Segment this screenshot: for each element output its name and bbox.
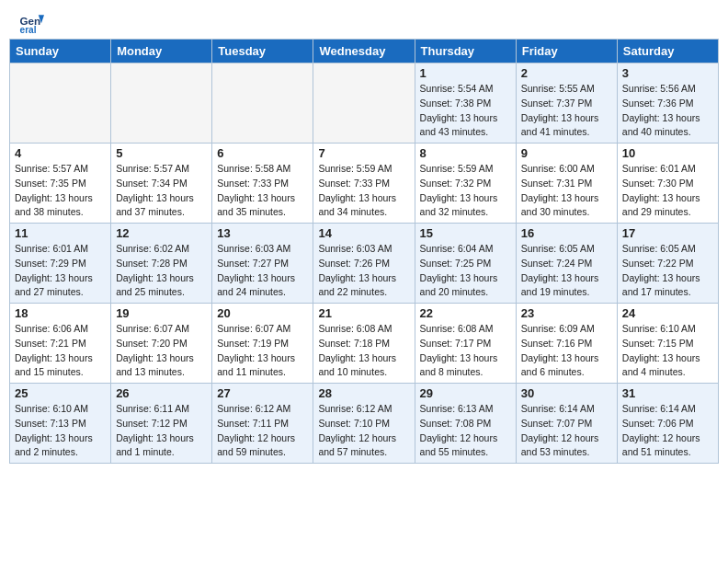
day-number: 16 bbox=[521, 226, 612, 240]
day-info: Sunrise: 5:54 AMSunset: 7:38 PMDaylight:… bbox=[420, 82, 511, 140]
day-info: Sunrise: 5:58 AMSunset: 7:33 PMDaylight:… bbox=[217, 162, 308, 220]
day-number: 2 bbox=[521, 66, 612, 80]
day-info: Sunrise: 6:08 AMSunset: 7:18 PMDaylight:… bbox=[318, 322, 409, 380]
calendar-cell: 21Sunrise: 6:08 AMSunset: 7:18 PMDayligh… bbox=[313, 304, 415, 384]
day-number: 5 bbox=[116, 146, 207, 160]
calendar-cell: 10Sunrise: 6:01 AMSunset: 7:30 PMDayligh… bbox=[617, 144, 718, 224]
day-number: 26 bbox=[116, 386, 207, 400]
calendar-cell: 20Sunrise: 6:07 AMSunset: 7:19 PMDayligh… bbox=[212, 304, 313, 384]
day-info: Sunrise: 6:12 AMSunset: 7:10 PMDaylight:… bbox=[318, 402, 409, 460]
calendar-cell: 31Sunrise: 6:14 AMSunset: 7:06 PMDayligh… bbox=[617, 384, 718, 464]
day-header-wednesday: Wednesday bbox=[313, 40, 415, 63]
calendar-cell: 23Sunrise: 6:09 AMSunset: 7:16 PMDayligh… bbox=[516, 304, 617, 384]
calendar-cell: 12Sunrise: 6:02 AMSunset: 7:28 PMDayligh… bbox=[111, 224, 212, 304]
calendar-cell: 17Sunrise: 6:05 AMSunset: 7:22 PMDayligh… bbox=[617, 224, 718, 304]
calendar-cell: 19Sunrise: 6:07 AMSunset: 7:20 PMDayligh… bbox=[111, 304, 212, 384]
calendar-cell bbox=[10, 63, 111, 144]
calendar-cell: 6Sunrise: 5:58 AMSunset: 7:33 PMDaylight… bbox=[212, 144, 313, 224]
day-header-thursday: Thursday bbox=[415, 40, 516, 63]
calendar-cell: 18Sunrise: 6:06 AMSunset: 7:21 PMDayligh… bbox=[10, 304, 111, 384]
calendar-cell: 2Sunrise: 5:55 AMSunset: 7:37 PMDaylight… bbox=[516, 63, 617, 144]
day-info: Sunrise: 6:14 AMSunset: 7:07 PMDaylight:… bbox=[521, 402, 612, 460]
calendar-cell: 29Sunrise: 6:13 AMSunset: 7:08 PMDayligh… bbox=[415, 384, 516, 464]
day-info: Sunrise: 5:59 AMSunset: 7:32 PMDaylight:… bbox=[420, 162, 511, 220]
day-info: Sunrise: 5:56 AMSunset: 7:36 PMDaylight:… bbox=[622, 82, 713, 140]
day-info: Sunrise: 5:55 AMSunset: 7:37 PMDaylight:… bbox=[521, 82, 612, 140]
calendar-cell: 28Sunrise: 6:12 AMSunset: 7:10 PMDayligh… bbox=[313, 384, 415, 464]
calendar-cell: 1Sunrise: 5:54 AMSunset: 7:38 PMDaylight… bbox=[415, 63, 516, 144]
day-number: 4 bbox=[15, 146, 106, 160]
day-info: Sunrise: 6:06 AMSunset: 7:21 PMDaylight:… bbox=[15, 322, 106, 380]
day-info: Sunrise: 6:10 AMSunset: 7:15 PMDaylight:… bbox=[622, 322, 713, 380]
day-number: 24 bbox=[622, 306, 713, 320]
calendar-cell: 13Sunrise: 6:03 AMSunset: 7:27 PMDayligh… bbox=[212, 224, 313, 304]
day-number: 7 bbox=[318, 146, 409, 160]
day-info: Sunrise: 6:07 AMSunset: 7:19 PMDaylight:… bbox=[217, 322, 308, 380]
day-info: Sunrise: 6:11 AMSunset: 7:12 PMDaylight:… bbox=[116, 402, 207, 460]
day-number: 21 bbox=[318, 306, 409, 320]
day-number: 15 bbox=[420, 226, 511, 240]
svg-text:eral: eral bbox=[20, 25, 37, 35]
day-info: Sunrise: 6:12 AMSunset: 7:11 PMDaylight:… bbox=[217, 402, 308, 460]
calendar: SundayMondayTuesdayWednesdayThursdayFrid… bbox=[9, 39, 719, 464]
day-header-sunday: Sunday bbox=[10, 40, 111, 63]
day-number: 17 bbox=[622, 226, 713, 240]
day-number: 13 bbox=[217, 226, 308, 240]
calendar-cell: 4Sunrise: 5:57 AMSunset: 7:35 PMDaylight… bbox=[10, 144, 111, 224]
day-info: Sunrise: 6:03 AMSunset: 7:26 PMDaylight:… bbox=[318, 242, 409, 300]
day-header-monday: Monday bbox=[111, 40, 212, 63]
day-number: 30 bbox=[521, 386, 612, 400]
day-info: Sunrise: 6:01 AMSunset: 7:30 PMDaylight:… bbox=[622, 162, 713, 220]
calendar-cell: 3Sunrise: 5:56 AMSunset: 7:36 PMDaylight… bbox=[617, 63, 718, 144]
day-number: 8 bbox=[420, 146, 511, 160]
calendar-cell bbox=[111, 63, 212, 144]
day-info: Sunrise: 6:14 AMSunset: 7:06 PMDaylight:… bbox=[622, 402, 713, 460]
day-number: 11 bbox=[15, 226, 106, 240]
day-number: 9 bbox=[521, 146, 612, 160]
day-info: Sunrise: 6:09 AMSunset: 7:16 PMDaylight:… bbox=[521, 322, 612, 380]
day-number: 10 bbox=[622, 146, 713, 160]
day-number: 14 bbox=[318, 226, 409, 240]
day-number: 6 bbox=[217, 146, 308, 160]
calendar-cell: 26Sunrise: 6:11 AMSunset: 7:12 PMDayligh… bbox=[111, 384, 212, 464]
calendar-cell: 15Sunrise: 6:04 AMSunset: 7:25 PMDayligh… bbox=[415, 224, 516, 304]
day-info: Sunrise: 5:57 AMSunset: 7:34 PMDaylight:… bbox=[116, 162, 207, 220]
day-number: 27 bbox=[217, 386, 308, 400]
day-number: 29 bbox=[420, 386, 511, 400]
logo: Gen eral bbox=[18, 9, 46, 35]
calendar-cell: 11Sunrise: 6:01 AMSunset: 7:29 PMDayligh… bbox=[10, 224, 111, 304]
calendar-cell bbox=[313, 63, 415, 144]
day-info: Sunrise: 6:05 AMSunset: 7:22 PMDaylight:… bbox=[622, 242, 713, 300]
calendar-cell: 9Sunrise: 6:00 AMSunset: 7:31 PMDaylight… bbox=[516, 144, 617, 224]
calendar-cell: 16Sunrise: 6:05 AMSunset: 7:24 PMDayligh… bbox=[516, 224, 617, 304]
calendar-cell: 24Sunrise: 6:10 AMSunset: 7:15 PMDayligh… bbox=[617, 304, 718, 384]
day-info: Sunrise: 6:01 AMSunset: 7:29 PMDaylight:… bbox=[15, 242, 106, 300]
day-header-tuesday: Tuesday bbox=[212, 40, 313, 63]
day-info: Sunrise: 6:05 AMSunset: 7:24 PMDaylight:… bbox=[521, 242, 612, 300]
day-number: 31 bbox=[622, 386, 713, 400]
day-number: 18 bbox=[15, 306, 106, 320]
calendar-cell: 25Sunrise: 6:10 AMSunset: 7:13 PMDayligh… bbox=[10, 384, 111, 464]
day-info: Sunrise: 6:04 AMSunset: 7:25 PMDaylight:… bbox=[420, 242, 511, 300]
day-info: Sunrise: 5:59 AMSunset: 7:33 PMDaylight:… bbox=[318, 162, 409, 220]
day-info: Sunrise: 6:02 AMSunset: 7:28 PMDaylight:… bbox=[116, 242, 207, 300]
day-info: Sunrise: 6:07 AMSunset: 7:20 PMDaylight:… bbox=[116, 322, 207, 380]
day-number: 25 bbox=[15, 386, 106, 400]
calendar-cell: 8Sunrise: 5:59 AMSunset: 7:32 PMDaylight… bbox=[415, 144, 516, 224]
logo-icon: Gen eral bbox=[18, 9, 44, 35]
calendar-cell: 27Sunrise: 6:12 AMSunset: 7:11 PMDayligh… bbox=[212, 384, 313, 464]
day-number: 1 bbox=[420, 66, 511, 80]
day-info: Sunrise: 6:08 AMSunset: 7:17 PMDaylight:… bbox=[420, 322, 511, 380]
day-number: 12 bbox=[116, 226, 207, 240]
calendar-cell: 30Sunrise: 6:14 AMSunset: 7:07 PMDayligh… bbox=[516, 384, 617, 464]
day-header-saturday: Saturday bbox=[617, 40, 718, 63]
calendar-cell: 22Sunrise: 6:08 AMSunset: 7:17 PMDayligh… bbox=[415, 304, 516, 384]
day-info: Sunrise: 5:57 AMSunset: 7:35 PMDaylight:… bbox=[15, 162, 106, 220]
day-info: Sunrise: 6:13 AMSunset: 7:08 PMDaylight:… bbox=[420, 402, 511, 460]
day-number: 3 bbox=[622, 66, 713, 80]
day-header-friday: Friday bbox=[516, 40, 617, 63]
day-number: 23 bbox=[521, 306, 612, 320]
day-number: 20 bbox=[217, 306, 308, 320]
calendar-cell: 5Sunrise: 5:57 AMSunset: 7:34 PMDaylight… bbox=[111, 144, 212, 224]
day-number: 28 bbox=[318, 386, 409, 400]
